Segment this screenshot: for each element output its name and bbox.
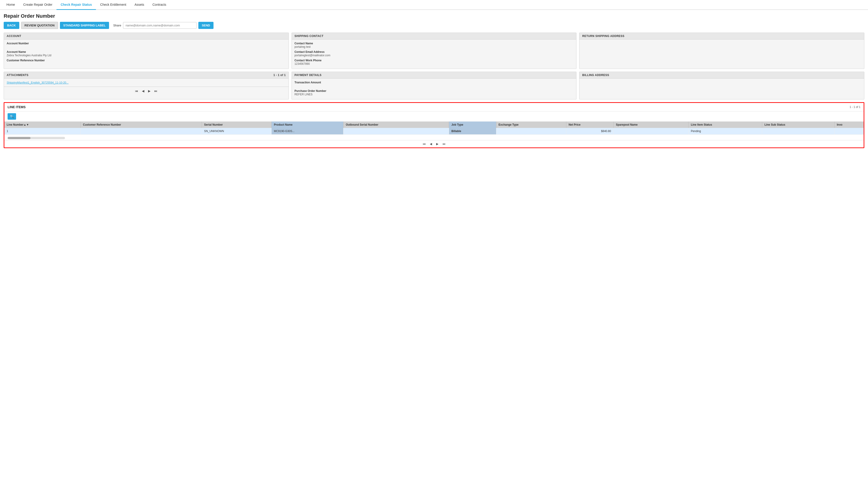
cell-product-name: MC9190-G30S... (271, 128, 343, 134)
col-job-type[interactable]: Job Type (449, 121, 496, 128)
cell-exchange-type (496, 128, 566, 134)
payment-panel-header: PAYMENT DETAILS (292, 72, 577, 79)
attachments-header-label: ATTACHMENTS (7, 73, 28, 77)
col-invo[interactable]: Invo (834, 121, 864, 128)
line-items-title: LINE ITEMS (7, 105, 26, 109)
account-name-label: Account Name (7, 50, 286, 54)
col-line-item-status[interactable]: Line Item Status (688, 121, 762, 128)
col-customer-ref[interactable]: Customer Reference Number (81, 121, 202, 128)
table-last-btn[interactable]: ⏭ (441, 142, 447, 146)
billing-panel: BILLING ADDRESS (579, 72, 864, 99)
return-shipping-body (580, 39, 864, 48)
cell-invo (834, 128, 864, 134)
page-title: Repair Order Number (4, 13, 864, 19)
account-number-label: Account Number (7, 42, 286, 45)
send-button[interactable]: SEND (198, 22, 214, 29)
payment-panel-body: Transaction Amount Purchase Order Number… (292, 79, 577, 99)
po-number-value: REFER LINES (294, 93, 574, 96)
billing-panel-header: BILLING ADDRESS (580, 72, 864, 79)
top-panels-row: ACCOUNT Account Number Account Name Zebr… (4, 33, 864, 69)
prev-page-btn[interactable]: ◀ (141, 89, 146, 93)
cell-sparepool-name (613, 128, 688, 134)
nav-bar: HomeCreate Repair OrderCheck Repair Stat… (0, 0, 868, 10)
line-items-header: LINE ITEMS 1 - 1 of 1 (4, 103, 864, 112)
last-page-btn[interactable]: ⏭ (153, 89, 159, 93)
back-button[interactable]: BACK (4, 22, 19, 29)
col-sparepool-name[interactable]: Sparepool Name (613, 121, 688, 128)
contact-name-label: Contact Name (294, 42, 574, 45)
col-line-number[interactable]: Line Number▲▼ (4, 121, 81, 128)
account-panel: ACCOUNT Account Number Account Name Zebr… (4, 33, 289, 69)
col-product-name[interactable]: Product Name (271, 121, 343, 128)
contact-phone-label: Contact Work Phone (294, 59, 574, 62)
attachment-link[interactable]: ShippingManifest1_English_30725594_11-10… (7, 81, 69, 84)
contact-name-value: portalreg test (294, 45, 574, 49)
cell-customer-ref (81, 128, 202, 134)
return-shipping-panel: RETURN SHIPPING ADDRESS (579, 33, 864, 69)
account-number-value (7, 45, 286, 49)
nav-item-home[interactable]: Home (2, 0, 19, 10)
billing-panel-body (580, 79, 864, 87)
contact-phone-value: 1234567890 (294, 62, 574, 65)
shipping-contact-body: Contact Name portalreg test Contact Emai… (292, 39, 577, 69)
customer-ref-label: Customer Reference Number (7, 59, 286, 62)
line-items-count: 1 - 1 of 1 (849, 105, 861, 109)
scrollbar-thumb[interactable] (7, 137, 31, 139)
cell-line-item-status: Pending (688, 128, 762, 134)
shipping-contact-panel: SHIPPING CONTACT Contact Name portalreg … (291, 33, 577, 69)
table-prev-btn[interactable]: ◀ (428, 142, 433, 146)
contact-email-value: portalregtest@mailinator.com (294, 54, 574, 57)
account-panel-body: Account Number Account Name Zebra Techno… (4, 39, 288, 69)
transaction-amount-label: Transaction Amount (294, 81, 574, 84)
nav-item-check-repair-status[interactable]: Check Repair Status (57, 0, 96, 10)
col-net-price[interactable]: Net Price (566, 121, 613, 128)
po-number-label: Purchase Order Number (294, 89, 574, 93)
toolbar: BACK REVIEW QUOTATION STANDARD SHIPPING … (4, 22, 864, 29)
horizontal-scrollbar[interactable] (4, 136, 864, 140)
table-pagination: ⏮ ◀ ▶ ⏭ (4, 140, 864, 148)
cell-outbound-serial (343, 128, 449, 134)
contact-email-label: Contact Email Address (294, 50, 574, 54)
line-items-search-button[interactable]: 🔍 (7, 113, 16, 120)
attachments-count: 1 - 1 of 1 (273, 73, 286, 77)
attachments-panel: ATTACHMENTS 1 - 1 of 1 ShippingManifest1… (4, 72, 289, 99)
line-items-table: Line Number▲▼ Customer Reference Number … (4, 121, 864, 134)
table-row[interactable]: 1 SN_UNKNOWN MC9190-G30S... Billable $84… (4, 128, 864, 134)
col-line-sub-status[interactable]: Line Sub Status (762, 121, 834, 128)
cell-net-price: $840.80 (566, 128, 613, 134)
cell-job-type: Billable (449, 128, 496, 134)
attachments-pagination: ⏮ ◀ ▶ ⏭ (4, 87, 288, 95)
cell-line-number: 1 (4, 128, 81, 134)
attachments-panel-body: ShippingManifest1_English_30725594_11-10… (4, 79, 288, 87)
nav-item-assets[interactable]: Assets (130, 0, 148, 10)
table-header: Line Number▲▼ Customer Reference Number … (4, 121, 864, 128)
cell-line-sub-status (762, 128, 834, 134)
customer-ref-value (7, 62, 286, 65)
shipping-contact-header: SHIPPING CONTACT (292, 33, 577, 39)
payment-panel: PAYMENT DETAILS Transaction Amount Purch… (291, 72, 577, 99)
nav-item-check-entitlement[interactable]: Check Entitlement (96, 0, 130, 10)
line-items-toolbar: 🔍 (4, 112, 864, 121)
table-next-btn[interactable]: ▶ (435, 142, 440, 146)
share-input[interactable] (123, 22, 196, 29)
col-exchange-type[interactable]: Exchange Type (496, 121, 566, 128)
attachments-panel-header: ATTACHMENTS 1 - 1 of 1 (4, 72, 288, 79)
table-body: 1 SN_UNKNOWN MC9190-G30S... Billable $84… (4, 128, 864, 134)
nav-item-create-repair-order[interactable]: Create Repair Order (19, 0, 57, 10)
shipping-label-button[interactable]: STANDARD SHIPPING LABEL (60, 22, 109, 29)
review-quotation-button[interactable]: REVIEW QUOTATION (21, 22, 58, 29)
first-page-btn[interactable]: ⏮ (134, 89, 140, 93)
table-first-btn[interactable]: ⏮ (421, 142, 427, 146)
line-items-section: LINE ITEMS 1 - 1 of 1 🔍 Line Number▲▼ Cu… (4, 102, 864, 148)
col-outbound-serial[interactable]: Outbound Serial Number (343, 121, 449, 128)
bottom-panels-row: ATTACHMENTS 1 - 1 of 1 ShippingManifest1… (4, 72, 864, 99)
account-panel-header: ACCOUNT (4, 33, 288, 39)
next-page-btn[interactable]: ▶ (147, 89, 152, 93)
page-content: Repair Order Number BACK REVIEW QUOTATIO… (0, 10, 868, 151)
account-name-value: Zebra Technologies Australia Pty Ltd (7, 54, 286, 57)
col-serial-number[interactable]: Serial Number (202, 121, 272, 128)
nav-item-contracts[interactable]: Contracts (148, 0, 170, 10)
scrollbar-track[interactable] (7, 137, 65, 139)
cell-serial-number: SN_UNKNOWN (202, 128, 272, 134)
share-label: Share (113, 24, 121, 27)
